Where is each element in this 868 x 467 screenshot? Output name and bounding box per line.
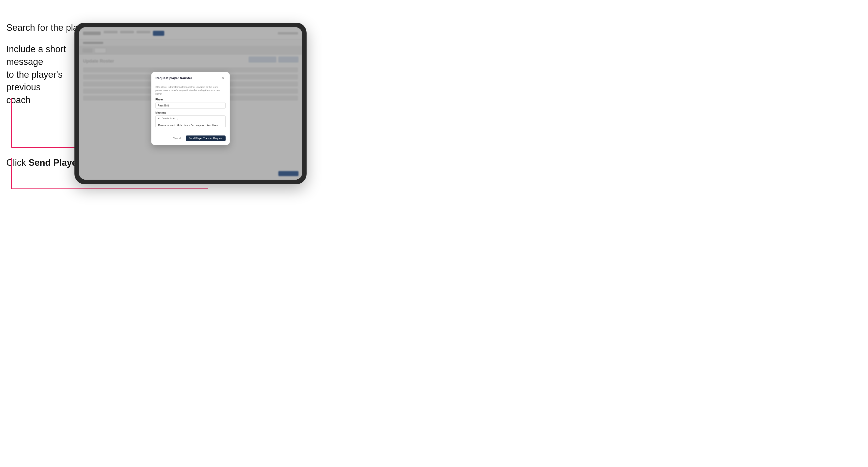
modal-footer: Cancel Send Player Transfer Request xyxy=(151,135,229,145)
modal-header: Request player transfer × xyxy=(151,72,229,83)
tablet-device: Update Roster Request pla xyxy=(74,23,307,184)
annotation-message: Include a short message to the player's … xyxy=(6,43,77,106)
send-transfer-button[interactable]: Send Player Transfer Request xyxy=(186,135,225,141)
modal-title: Request player transfer xyxy=(155,76,192,80)
player-label: Player xyxy=(155,98,225,101)
modal-description: If the player is transferring from anoth… xyxy=(155,86,225,96)
player-input[interactable] xyxy=(155,102,225,109)
modal-overlay: Request player transfer × If the player … xyxy=(79,27,302,180)
cancel-button[interactable]: Cancel xyxy=(170,135,184,141)
message-label: Message xyxy=(155,111,225,114)
modal-dialog: Request player transfer × If the player … xyxy=(151,72,229,145)
close-button[interactable]: × xyxy=(220,76,225,81)
tablet-screen: Update Roster Request pla xyxy=(79,27,302,180)
message-textarea[interactable]: Hi Coach McHarg, Please accept this tran… xyxy=(155,115,225,128)
modal-body: If the player is transferring from anoth… xyxy=(151,83,229,136)
